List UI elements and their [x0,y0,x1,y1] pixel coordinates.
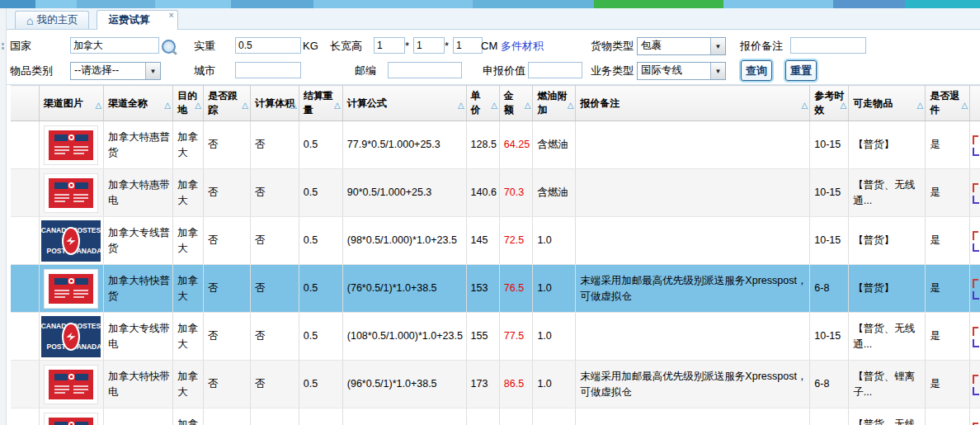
cell-name: 加拿大特惠带电 [104,169,173,217]
sort-triangle-icon[interactable]: △ [491,98,497,112]
clipped-action-links[interactable] [970,265,980,313]
cell-unit_price: 145 [466,217,499,265]
sort-triangle-icon[interactable]: △ [334,98,341,112]
query-button[interactable]: 查询 [741,60,772,81]
table-row[interactable]: 加拿大专线-B加拿大否否0.5118*0.5/1.000+3118090含燃油8… [11,408,980,425]
col-header-unit_price[interactable]: 单价△ [466,86,499,121]
tab-home[interactable]: ⌂ 我的主页 [15,11,89,29]
quote-remark-input[interactable] [790,37,866,54]
tab-freight-calc[interactable]: 运费试算 × [97,10,178,30]
col-header-allowed[interactable]: 可走物品△ [849,86,926,121]
cell-returnable: 是 [926,217,970,265]
col-header-destination[interactable]: 目的地△ [173,86,204,121]
cell-formula: 90*0.5/1.000+25.3 [342,169,466,217]
cell-image [39,169,103,217]
cell-amount: 64.25 [499,121,533,169]
col-header-settle_weight[interactable]: 结算重量△ [299,86,342,121]
declared-value-input[interactable] [528,62,582,78]
col-header-formula[interactable]: 计算公式△ [342,86,466,121]
channel-rates-table: 渠道图片△渠道全称△目的地△是否跟踪△计算体积△结算重量△计算公式△单价△金额△… [11,85,980,425]
col-header-label: 报价备注 [580,97,805,111]
close-icon[interactable]: × [169,12,174,20]
cell-image [39,361,103,408]
cell-name: 加拿大专线普货 [104,217,173,265]
cargo-type-value: 包裹 [638,38,710,54]
collapsed-sidebar-rail[interactable] [0,8,7,425]
sort-triangle-icon[interactable]: △ [961,98,968,112]
postcode-input[interactable] [388,62,462,78]
quote-remark-label: 报价备注 [740,37,783,55]
sort-triangle-icon[interactable]: △ [164,98,171,112]
chevron-down-icon[interactable]: ▼ [145,63,160,79]
col-header-fuel[interactable]: 燃油附加△ [533,86,576,121]
cell-remark [576,121,810,169]
clipped-action-links[interactable] [970,169,980,217]
chevron-down-icon[interactable]: ▼ [710,38,725,54]
table-row[interactable]: 加拿大特快带电加拿大否否0.5(96*0.5/1)*1.0+38.517386.… [11,361,980,408]
clipped-link-fragment-blue [973,291,979,300]
city-input[interactable] [235,62,301,78]
sort-triangle-icon[interactable]: △ [290,98,297,112]
col-header-name[interactable]: 渠道全称△ [104,86,173,121]
clipped-action-links[interactable] [970,408,980,425]
strip-segment [313,0,473,8]
cell-unit_price: 128.5 [466,121,499,169]
sort-triangle-icon[interactable]: △ [242,98,248,112]
cell-returnable: 是 [926,313,970,361]
height-input[interactable] [453,37,483,54]
table-row[interactable]: 加拿大特快普货加拿大否否0.5(76*0.5/1)*1.0+38.515376.… [11,265,980,313]
theme-color-strip [0,0,980,8]
table-header: 渠道图片△渠道全称△目的地△是否跟踪△计算体积△结算重量△计算公式△单价△金额△… [11,86,980,121]
tab-home-label: 我的主页 [36,13,78,27]
cell-destination: 加拿大 [173,121,204,169]
sort-triangle-icon[interactable]: △ [802,98,808,112]
search-icon[interactable] [162,40,176,54]
col-header-eta[interactable]: 参考时效△ [810,86,849,121]
col-header-returnable[interactable]: 是否退件△ [926,86,970,121]
dimensions-label: 长宽高 [330,37,362,55]
col-header-label: 是否退件 [930,89,965,117]
row-select-cell [11,361,39,408]
cell-settle_weight: 0.5 [299,313,342,361]
col-header-amount[interactable]: 金额△ [499,86,533,121]
cargo-type-select[interactable]: 包裹 ▼ [637,37,726,55]
col-header-remark[interactable]: 报价备注△ [576,86,810,121]
col-header-tracking[interactable]: 是否跟踪△ [203,86,250,121]
item-category-label: 物品类别 [10,62,53,80]
multi-piece-volume-link[interactable]: 多件材积 [501,37,544,55]
clipped-action-links[interactable] [970,313,980,361]
actual-weight-input[interactable] [235,37,301,54]
business-type-select[interactable]: 国际专线 ▼ [637,62,726,80]
sort-triangle-icon[interactable]: △ [525,98,531,112]
cell-settle_weight: 0.5 [299,408,342,425]
country-input[interactable] [70,37,159,54]
strip-segment [833,0,905,8]
item-category-select[interactable]: --请选择-- ▼ [70,62,161,80]
cell-tracking: 否 [203,121,250,169]
clipped-action-links[interactable] [970,217,980,265]
table-row[interactable]: 加拿大特惠带电加拿大否否0.590*0.5/1.000+25.3140.670.… [11,169,980,217]
clipped-action-links[interactable] [970,121,980,169]
cell-allowed: 【普货】 [849,265,926,313]
sort-triangle-icon[interactable]: △ [568,98,574,112]
table-row[interactable]: 加拿大特惠普货加拿大否否0.577.9*0.5/1.000+25.3128.56… [11,121,980,169]
reset-button[interactable]: 重置 [785,60,817,81]
sort-triangle-icon[interactable]: △ [95,98,101,112]
chevron-down-icon[interactable]: ▼ [710,63,725,79]
col-header-image[interactable]: 渠道图片△ [39,86,103,121]
sort-triangle-icon[interactable]: △ [841,98,847,112]
cell-formula: (76*0.5/1)*1.0+38.5 [342,265,466,313]
sort-triangle-icon[interactable]: △ [916,98,923,112]
sort-triangle-icon[interactable]: △ [195,98,201,112]
row-select-cell [11,169,39,217]
table-row[interactable]: CANADAPOSTESPOSTCANADA加拿大专线普货加拿大否否0.5(98… [11,217,980,265]
strip-segment [35,0,77,8]
clipped-action-links[interactable] [970,361,980,408]
length-input[interactable] [374,37,405,54]
cell-returnable: 是 [926,169,970,217]
col-header-calc_volume[interactable]: 计算体积△ [250,86,299,121]
width-input[interactable] [413,37,445,54]
canada-post-logo-blue: CANADAPOSTESPOSTCANADA [41,316,101,357]
table-row[interactable]: CANADAPOSTESPOSTCANADA加拿大专线带电加拿大否否0.5(10… [11,313,980,361]
sort-triangle-icon[interactable]: △ [458,98,464,112]
